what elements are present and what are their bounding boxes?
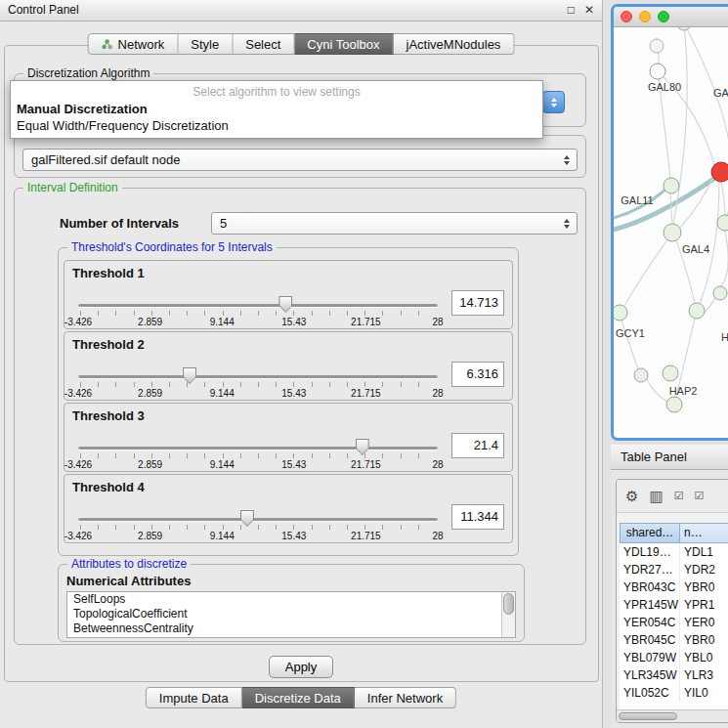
threshold-slider[interactable]: -3.4262.8599.14415.4321.71528 <box>78 506 438 543</box>
slider-tick-label: -3.426 <box>64 317 92 327</box>
threshold-panel: Threshold 4-3.4262.8599.14415.4321.71528… <box>64 474 513 543</box>
network-canvas[interactable]: GAL80GAL11GAGAL4GCY1HHAP2 <box>614 27 728 438</box>
threshold-slider[interactable]: -3.4262.8599.14415.4321.71528 <box>78 364 438 401</box>
table-cell[interactable]: YPR1 <box>680 596 728 614</box>
table-row[interactable]: YDR27…YDR2 <box>620 561 728 578</box>
float-window-icon[interactable]: □ <box>568 0 575 21</box>
table-cell[interactable]: YIL0 <box>680 684 728 702</box>
table-cell[interactable]: YPR145W <box>620 596 680 614</box>
attributes-scrollbar[interactable] <box>501 592 515 637</box>
table-cell[interactable]: YBR045C <box>620 631 680 649</box>
table-cell[interactable]: YBR0 <box>680 631 728 649</box>
table-cell[interactable]: YIL052C <box>620 684 680 702</box>
zoom-traffic-light-icon[interactable] <box>658 11 669 22</box>
tab-label: Cyni Toolbox <box>307 37 379 52</box>
tab-select[interactable]: Select <box>233 33 294 55</box>
dropdown-item[interactable]: Manual Discretization <box>11 101 542 117</box>
table-row[interactable]: YIL052CYIL0 <box>620 684 728 702</box>
minimize-traffic-light-icon[interactable] <box>639 11 651 22</box>
algorithm-combo-button[interactable] <box>542 91 565 113</box>
tab-infer-network[interactable]: Infer Network <box>355 687 456 708</box>
table-cell[interactable]: YDL19… <box>620 543 680 561</box>
attribute-item[interactable]: SelfLoops <box>67 592 515 607</box>
slider-tick-label: 15.43 <box>281 317 306 327</box>
table-row[interactable]: YBL079WYBL0 <box>620 649 728 666</box>
table-panel-inner: ⚙▥☑☑ shared… n… YDL19…YDL1YDR27…YDR2YBR0… <box>616 479 728 723</box>
slider-tick-label: 9.144 <box>210 531 235 541</box>
table-cell[interactable]: YDR2 <box>680 561 728 578</box>
scrollbar-thumb[interactable] <box>619 712 677 720</box>
network-node[interactable] <box>689 303 705 319</box>
threshold-value-field[interactable]: 6.316 <box>451 362 504 387</box>
tab-impute-data[interactable]: Impute Data <box>146 687 242 708</box>
number-of-intervals-label: Number of Intervals <box>60 216 179 231</box>
table-row[interactable]: YLR345WYLR3 <box>620 666 728 684</box>
threshold-value-field[interactable]: 11.344 <box>451 504 504 530</box>
threshold-value-field[interactable]: 14.713 <box>451 290 504 316</box>
tab-cyni-toolbox[interactable]: Cyni Toolbox <box>294 33 393 55</box>
table-cell[interactable]: YER054C <box>620 614 680 631</box>
table-cell[interactable]: YDL1 <box>680 543 728 561</box>
table-cell[interactable]: YBL079W <box>620 649 680 666</box>
table-row[interactable]: YBR045CYBR0 <box>620 631 728 649</box>
network-node[interactable] <box>677 27 691 30</box>
slider-tick-labels: -3.4262.8599.14415.4321.71528 <box>78 459 438 471</box>
tab-network[interactable]: Network <box>88 33 179 55</box>
tab-discretize-data[interactable]: Discretize Data <box>242 687 355 708</box>
table-row[interactable]: YBR043CYBR0 <box>620 578 728 596</box>
network-node[interactable] <box>634 368 648 382</box>
network-canvas-svg: GAL80GAL11GAGAL4GCY1HHAP2 <box>614 27 728 438</box>
table-cell[interactable]: YDR27… <box>620 561 680 578</box>
combo-down-arrow-icon <box>551 104 557 107</box>
close-traffic-light-icon[interactable] <box>621 11 632 22</box>
dropdown-item[interactable]: Equal Width/Frequency Discretization <box>11 117 542 134</box>
table-cell[interactable]: YER0 <box>680 614 728 631</box>
network-node[interactable] <box>713 286 727 300</box>
table-cell[interactable]: YLR345W <box>620 666 680 684</box>
network-node-gal80[interactable] <box>650 64 665 79</box>
close-window-icon[interactable]: ✕ <box>584 0 594 21</box>
up-arrow-icon <box>564 155 570 159</box>
horizontal-scrollbar[interactable] <box>617 709 728 722</box>
gear-icon[interactable]: ⚙ <box>625 489 638 503</box>
network-node[interactable] <box>666 397 682 412</box>
network-node-gcy1[interactable] <box>614 305 627 321</box>
tab-jactivemnodules[interactable]: jActiveMNodules <box>394 33 515 55</box>
group-title-interval-definition: Interval Definition <box>23 181 122 194</box>
table-cell[interactable]: YBL0 <box>680 649 728 666</box>
threshold-slider[interactable]: -3.4262.8599.14415.4321.71528 <box>78 435 438 472</box>
table-cell[interactable]: YBR0 <box>680 578 728 596</box>
number-of-intervals-combo[interactable]: 5 <box>211 212 578 235</box>
column-header-name[interactable]: n… <box>680 523 728 543</box>
threshold-slider[interactable]: -3.4262.8599.14415.4321.71528 <box>78 292 438 329</box>
select-rows-checkbox-icon[interactable]: ☑ <box>695 491 705 501</box>
table-cell[interactable]: YBR043C <box>620 578 680 596</box>
slider-tick-label: 28 <box>432 531 443 541</box>
network-node[interactable] <box>717 215 728 231</box>
network-node-gal11[interactable] <box>664 178 679 193</box>
network-node[interactable] <box>650 39 664 53</box>
table-data-combo[interactable]: galFiltered.sif default node <box>22 149 578 171</box>
network-window-titlebar <box>614 7 728 27</box>
threshold-value-field[interactable]: 21.4 <box>451 433 504 458</box>
tab-style[interactable]: Style <box>178 33 233 55</box>
select-all-checkbox-icon[interactable]: ☑ <box>674 491 684 501</box>
attribute-item[interactable]: TopologicalCoefficient <box>67 607 515 621</box>
network-node-gal4[interactable] <box>664 224 681 241</box>
apply-button[interactable]: Apply <box>269 656 333 678</box>
threshold-label: Threshold 1 <box>72 266 145 280</box>
table-row[interactable]: YDL19…YDL1 <box>620 543 728 561</box>
threshold-panel: Threshold 1-3.4262.8599.14415.4321.71528… <box>64 260 513 329</box>
network-node[interactable] <box>711 162 728 182</box>
scrollbar-thumb[interactable] <box>503 593 514 615</box>
slider-tick-label: -3.426 <box>64 459 92 470</box>
table-row[interactable]: YPR145WYPR1 <box>620 596 728 614</box>
table-row[interactable]: YER054CYER0 <box>620 614 728 631</box>
column-header-shared-name[interactable]: shared… <box>620 523 680 543</box>
tab-label: Style <box>191 37 219 52</box>
attribute-item[interactable]: BetweennessCentrality <box>67 621 515 636</box>
table-cell[interactable]: YLR3 <box>680 666 728 684</box>
network-node-hap2[interactable] <box>663 365 678 381</box>
threshold-label: Threshold 2 <box>72 337 145 352</box>
columns-icon[interactable]: ▥ <box>649 489 663 503</box>
